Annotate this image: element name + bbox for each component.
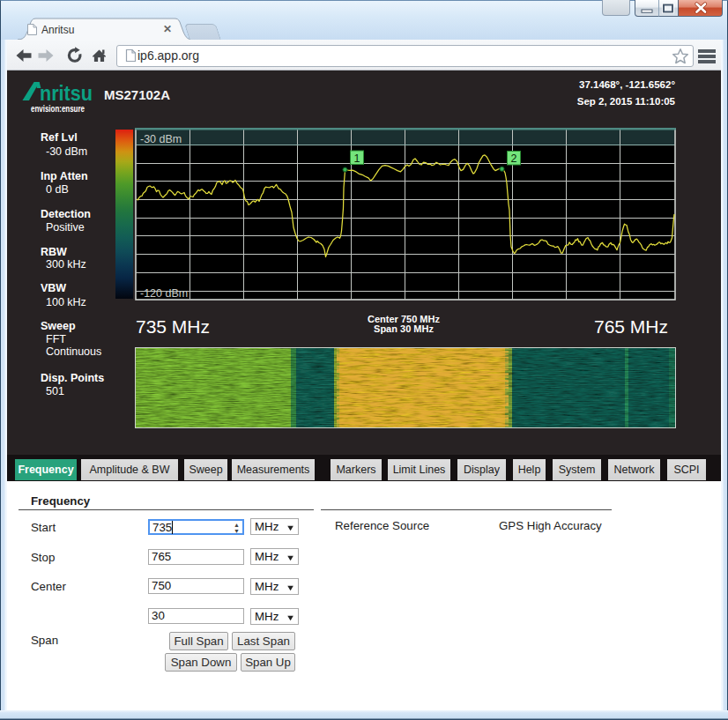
svg-text:envision:ensure: envision:ensure [31,104,85,114]
svg-text:-120 dBm: -120 dBm [140,287,188,300]
svg-text:nritsu: nritsu [40,81,93,105]
svg-text:-30 dBm: -30 dBm [140,133,182,145]
svg-text:1: 1 [354,152,360,165]
svg-text:2: 2 [511,152,517,165]
